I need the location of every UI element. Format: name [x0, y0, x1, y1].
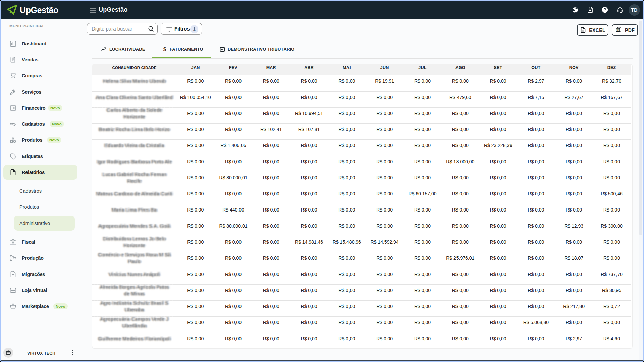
- svg-text:PDF: PDF: [616, 29, 620, 31]
